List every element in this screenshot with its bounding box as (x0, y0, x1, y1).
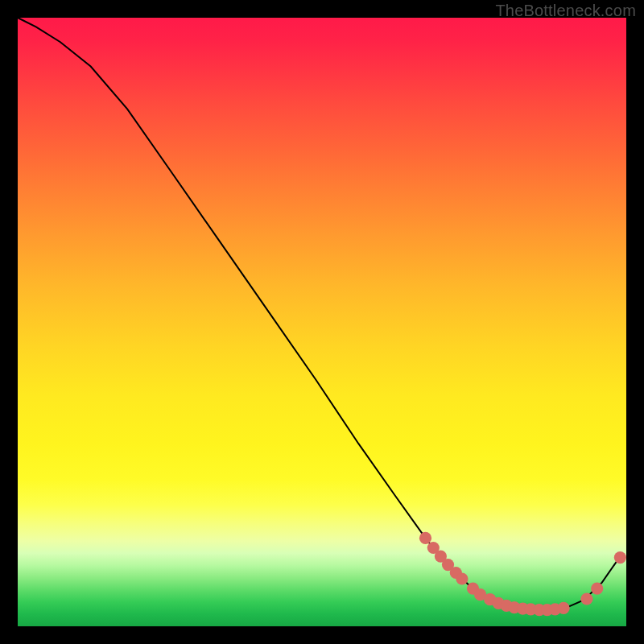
marker-dot (614, 551, 626, 564)
watermark-text: TheBottleneck.com (495, 2, 636, 20)
plot-area (18, 18, 626, 626)
marker-dot (456, 572, 468, 584)
marker-dot (580, 592, 592, 605)
marker-dot (558, 602, 570, 614)
marker-dot (591, 583, 603, 595)
bottleneck-curve (18, 18, 620, 610)
chart-frame: TheBottleneck.com (0, 0, 644, 644)
marker-dot (419, 532, 431, 544)
marker-group (419, 532, 626, 616)
chart-svg (18, 18, 626, 626)
